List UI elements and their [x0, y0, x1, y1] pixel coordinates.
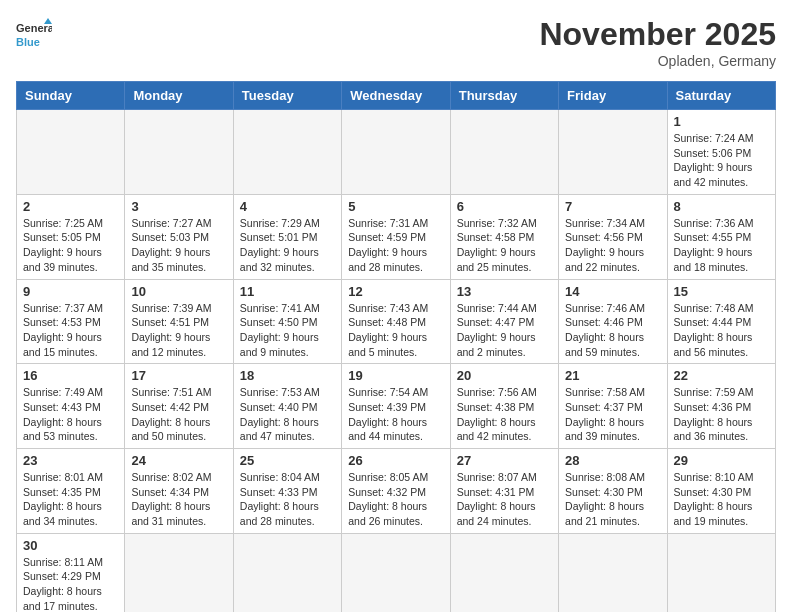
month-title: November 2025: [539, 16, 776, 53]
calendar-cell: 7Sunrise: 7:34 AM Sunset: 4:56 PM Daylig…: [559, 194, 667, 279]
header-saturday: Saturday: [667, 82, 775, 110]
day-number: 26: [348, 453, 443, 468]
calendar-cell: [450, 533, 558, 612]
day-number: 19: [348, 368, 443, 383]
svg-text:Blue: Blue: [16, 36, 40, 48]
day-info: Sunrise: 7:29 AM Sunset: 5:01 PM Dayligh…: [240, 216, 335, 275]
week-row-2: 2Sunrise: 7:25 AM Sunset: 5:05 PM Daylig…: [17, 194, 776, 279]
calendar-cell: 29Sunrise: 8:10 AM Sunset: 4:30 PM Dayli…: [667, 449, 775, 534]
day-info: Sunrise: 7:54 AM Sunset: 4:39 PM Dayligh…: [348, 385, 443, 444]
calendar-cell: [342, 110, 450, 195]
day-info: Sunrise: 8:02 AM Sunset: 4:34 PM Dayligh…: [131, 470, 226, 529]
day-number: 13: [457, 284, 552, 299]
day-number: 3: [131, 199, 226, 214]
day-number: 16: [23, 368, 118, 383]
day-info: Sunrise: 8:05 AM Sunset: 4:32 PM Dayligh…: [348, 470, 443, 529]
calendar-cell: [125, 110, 233, 195]
calendar-cell: [233, 533, 341, 612]
logo-icon: General Blue: [16, 16, 52, 52]
calendar-cell: 22Sunrise: 7:59 AM Sunset: 4:36 PM Dayli…: [667, 364, 775, 449]
day-info: Sunrise: 7:36 AM Sunset: 4:55 PM Dayligh…: [674, 216, 769, 275]
calendar-cell: 27Sunrise: 8:07 AM Sunset: 4:31 PM Dayli…: [450, 449, 558, 534]
day-number: 15: [674, 284, 769, 299]
day-info: Sunrise: 7:25 AM Sunset: 5:05 PM Dayligh…: [23, 216, 118, 275]
svg-marker-2: [44, 18, 52, 24]
day-number: 25: [240, 453, 335, 468]
header-wednesday: Wednesday: [342, 82, 450, 110]
day-number: 17: [131, 368, 226, 383]
day-info: Sunrise: 8:01 AM Sunset: 4:35 PM Dayligh…: [23, 470, 118, 529]
day-info: Sunrise: 7:37 AM Sunset: 4:53 PM Dayligh…: [23, 301, 118, 360]
day-info: Sunrise: 7:41 AM Sunset: 4:50 PM Dayligh…: [240, 301, 335, 360]
page-header: General Blue November 2025 Opladen, Germ…: [16, 16, 776, 69]
week-row-5: 23Sunrise: 8:01 AM Sunset: 4:35 PM Dayli…: [17, 449, 776, 534]
location: Opladen, Germany: [539, 53, 776, 69]
header-thursday: Thursday: [450, 82, 558, 110]
week-row-6: 30Sunrise: 8:11 AM Sunset: 4:29 PM Dayli…: [17, 533, 776, 612]
calendar-cell: 21Sunrise: 7:58 AM Sunset: 4:37 PM Dayli…: [559, 364, 667, 449]
day-info: Sunrise: 7:31 AM Sunset: 4:59 PM Dayligh…: [348, 216, 443, 275]
day-number: 2: [23, 199, 118, 214]
day-info: Sunrise: 8:10 AM Sunset: 4:30 PM Dayligh…: [674, 470, 769, 529]
calendar-cell: 23Sunrise: 8:01 AM Sunset: 4:35 PM Dayli…: [17, 449, 125, 534]
calendar-cell: 30Sunrise: 8:11 AM Sunset: 4:29 PM Dayli…: [17, 533, 125, 612]
day-info: Sunrise: 7:34 AM Sunset: 4:56 PM Dayligh…: [565, 216, 660, 275]
day-info: Sunrise: 7:59 AM Sunset: 4:36 PM Dayligh…: [674, 385, 769, 444]
calendar-cell: 19Sunrise: 7:54 AM Sunset: 4:39 PM Dayli…: [342, 364, 450, 449]
day-number: 20: [457, 368, 552, 383]
title-area: November 2025 Opladen, Germany: [539, 16, 776, 69]
day-number: 5: [348, 199, 443, 214]
day-number: 27: [457, 453, 552, 468]
calendar-cell: 26Sunrise: 8:05 AM Sunset: 4:32 PM Dayli…: [342, 449, 450, 534]
calendar-cell: 28Sunrise: 8:08 AM Sunset: 4:30 PM Dayli…: [559, 449, 667, 534]
calendar-cell: [450, 110, 558, 195]
calendar-cell: 12Sunrise: 7:43 AM Sunset: 4:48 PM Dayli…: [342, 279, 450, 364]
logo: General Blue: [16, 16, 52, 52]
day-number: 22: [674, 368, 769, 383]
day-info: Sunrise: 7:53 AM Sunset: 4:40 PM Dayligh…: [240, 385, 335, 444]
header-friday: Friday: [559, 82, 667, 110]
day-info: Sunrise: 7:44 AM Sunset: 4:47 PM Dayligh…: [457, 301, 552, 360]
calendar-cell: 6Sunrise: 7:32 AM Sunset: 4:58 PM Daylig…: [450, 194, 558, 279]
day-info: Sunrise: 7:39 AM Sunset: 4:51 PM Dayligh…: [131, 301, 226, 360]
calendar-cell: 15Sunrise: 7:48 AM Sunset: 4:44 PM Dayli…: [667, 279, 775, 364]
calendar-cell: [667, 533, 775, 612]
calendar-cell: 1Sunrise: 7:24 AM Sunset: 5:06 PM Daylig…: [667, 110, 775, 195]
day-info: Sunrise: 8:07 AM Sunset: 4:31 PM Dayligh…: [457, 470, 552, 529]
day-number: 23: [23, 453, 118, 468]
calendar-cell: [233, 110, 341, 195]
header-sunday: Sunday: [17, 82, 125, 110]
calendar-cell: 20Sunrise: 7:56 AM Sunset: 4:38 PM Dayli…: [450, 364, 558, 449]
calendar-cell: [342, 533, 450, 612]
day-info: Sunrise: 8:08 AM Sunset: 4:30 PM Dayligh…: [565, 470, 660, 529]
day-number: 7: [565, 199, 660, 214]
week-row-1: 1Sunrise: 7:24 AM Sunset: 5:06 PM Daylig…: [17, 110, 776, 195]
day-info: Sunrise: 8:11 AM Sunset: 4:29 PM Dayligh…: [23, 555, 118, 612]
calendar-cell: 24Sunrise: 8:02 AM Sunset: 4:34 PM Dayli…: [125, 449, 233, 534]
calendar-cell: 18Sunrise: 7:53 AM Sunset: 4:40 PM Dayli…: [233, 364, 341, 449]
day-number: 24: [131, 453, 226, 468]
calendar-cell: 3Sunrise: 7:27 AM Sunset: 5:03 PM Daylig…: [125, 194, 233, 279]
day-info: Sunrise: 8:04 AM Sunset: 4:33 PM Dayligh…: [240, 470, 335, 529]
day-number: 29: [674, 453, 769, 468]
header-monday: Monday: [125, 82, 233, 110]
calendar-cell: 11Sunrise: 7:41 AM Sunset: 4:50 PM Dayli…: [233, 279, 341, 364]
day-number: 12: [348, 284, 443, 299]
calendar-cell: 10Sunrise: 7:39 AM Sunset: 4:51 PM Dayli…: [125, 279, 233, 364]
calendar-cell: [559, 110, 667, 195]
day-number: 30: [23, 538, 118, 553]
day-number: 1: [674, 114, 769, 129]
day-info: Sunrise: 7:43 AM Sunset: 4:48 PM Dayligh…: [348, 301, 443, 360]
day-info: Sunrise: 7:24 AM Sunset: 5:06 PM Dayligh…: [674, 131, 769, 190]
day-number: 6: [457, 199, 552, 214]
week-row-4: 16Sunrise: 7:49 AM Sunset: 4:43 PM Dayli…: [17, 364, 776, 449]
calendar-header-row: Sunday Monday Tuesday Wednesday Thursday…: [17, 82, 776, 110]
calendar-cell: [559, 533, 667, 612]
day-number: 9: [23, 284, 118, 299]
day-number: 8: [674, 199, 769, 214]
day-info: Sunrise: 7:27 AM Sunset: 5:03 PM Dayligh…: [131, 216, 226, 275]
day-info: Sunrise: 7:32 AM Sunset: 4:58 PM Dayligh…: [457, 216, 552, 275]
calendar-cell: 2Sunrise: 7:25 AM Sunset: 5:05 PM Daylig…: [17, 194, 125, 279]
day-number: 4: [240, 199, 335, 214]
day-number: 28: [565, 453, 660, 468]
